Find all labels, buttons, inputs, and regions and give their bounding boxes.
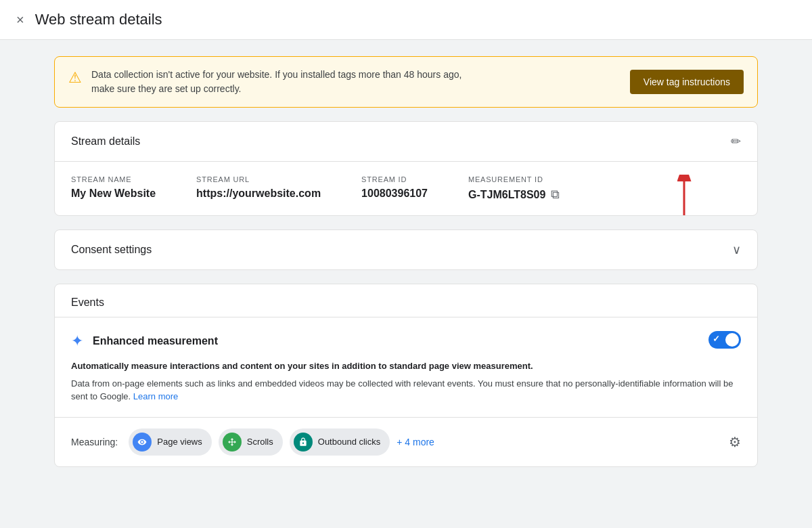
warning-text: Data collection isn't active for your we… xyxy=(91,68,461,96)
events-section-title: Events xyxy=(55,284,757,317)
events-card: Events ✦ Enhanced measurement ✓ xyxy=(54,284,758,467)
stream-name-label: STREAM NAME xyxy=(71,175,156,183)
gear-icon[interactable]: ⚙ xyxy=(729,434,741,450)
view-tag-instructions-button[interactable]: View tag instructions xyxy=(630,70,744,94)
scrolls-chip[interactable]: Scrolls xyxy=(219,428,283,456)
measuring-label: Measuring: xyxy=(71,437,118,447)
sparkle-icon: ✦ xyxy=(71,332,83,350)
measuring-chips: Page views Scrolls Outbound xyxy=(129,428,718,456)
enhanced-measurement-toggle[interactable]: ✓ xyxy=(708,331,741,351)
enhanced-measurement-title: Enhanced measurement xyxy=(93,335,218,347)
page-views-chip[interactable]: Page views xyxy=(129,428,211,456)
edit-icon[interactable]: ✏ xyxy=(731,134,741,149)
enhanced-measurement-header: ✦ Enhanced measurement ✓ xyxy=(71,331,741,351)
stream-details-header: Stream details ✏ xyxy=(55,122,757,162)
measurement-id-wrapper: G-TJM6LT8S09 ⧉ xyxy=(468,188,560,202)
stream-name-value: My New Website xyxy=(71,188,156,200)
measurement-id-field: MEASUREMENT ID G-TJM6LT8S09 ⧉ xyxy=(468,175,560,202)
stream-url-field: STREAM URL https://yourwebsite.com xyxy=(196,175,321,202)
outbound-clicks-label: Outbound clicks xyxy=(318,437,381,447)
stream-id-field: STREAM ID 10080396107 xyxy=(361,175,428,202)
page-views-label: Page views xyxy=(157,437,202,447)
close-icon[interactable]: × xyxy=(16,12,24,28)
stream-url-label: STREAM URL xyxy=(196,175,321,183)
stream-info-row: STREAM NAME My New Website STREAM URL ht… xyxy=(55,162,757,215)
scrolls-icon xyxy=(223,433,242,452)
stream-name-field: STREAM NAME My New Website xyxy=(71,175,156,202)
stream-id-value: 10080396107 xyxy=(361,188,428,200)
consent-settings-header: Consent settings ∨ xyxy=(55,230,757,269)
warning-banner: ⚠ Data collection isn't active for your … xyxy=(54,56,758,108)
stream-id-label: STREAM ID xyxy=(361,175,428,183)
copy-icon[interactable]: ⧉ xyxy=(551,188,560,202)
page-views-icon xyxy=(133,433,152,452)
consent-settings-card: Consent settings ∨ xyxy=(54,229,758,270)
warning-icon: ⚠ xyxy=(68,69,82,87)
outbound-clicks-chip[interactable]: Outbound clicks xyxy=(290,428,390,456)
page-title: Web stream details xyxy=(35,11,162,28)
learn-more-link[interactable]: Learn more xyxy=(133,391,178,401)
chevron-down-icon[interactable]: ∨ xyxy=(732,242,741,257)
consent-settings-title: Consent settings xyxy=(71,244,152,256)
measurement-id-value: G-TJM6LT8S09 xyxy=(468,189,545,201)
measurement-id-label: MEASUREMENT ID xyxy=(468,175,560,183)
stream-url-value: https://yourwebsite.com xyxy=(196,188,321,200)
more-chips-link[interactable]: + 4 more xyxy=(397,437,434,447)
outbound-clicks-icon xyxy=(294,433,313,452)
enhanced-measurement-section: ✦ Enhanced measurement ✓ Automatically m… xyxy=(55,317,757,418)
scrolls-label: Scrolls xyxy=(247,437,273,447)
stream-details-title: Stream details xyxy=(71,135,140,148)
stream-details-card: Stream details ✏ STREAM NAME My New Webs… xyxy=(54,121,758,216)
enhanced-measurement-subdesc: Data from on-page elements such as links… xyxy=(71,377,741,403)
red-arrow-annotation xyxy=(664,175,704,216)
measuring-row: Measuring: Page views Scrolls xyxy=(55,418,757,466)
enhanced-measurement-desc: Automatically measure interactions and c… xyxy=(71,359,741,373)
